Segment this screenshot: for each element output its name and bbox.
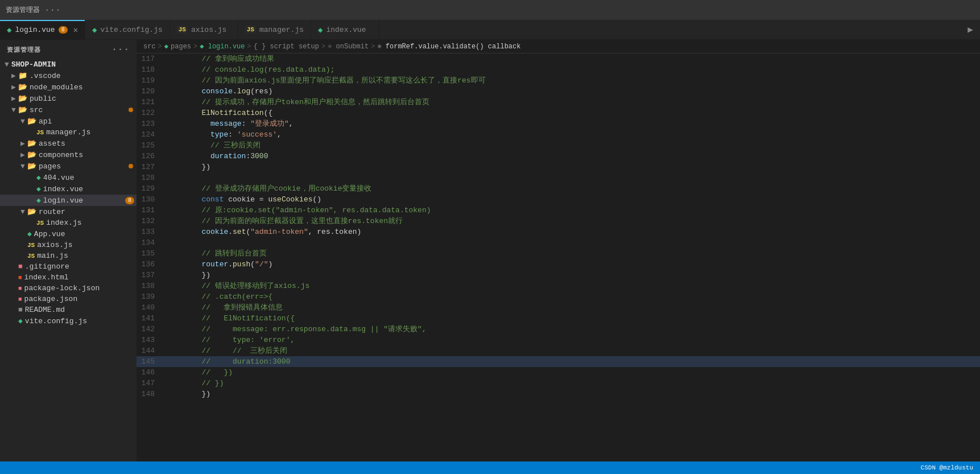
sidebar-item-label: main.js: [37, 252, 137, 260]
sidebar-item-src[interactable]: ▼ 📂 src: [0, 104, 137, 116]
chevron-down-icon: ▼: [18, 162, 27, 171]
run-button[interactable]: ▶: [961, 20, 980, 39]
line-number: 143: [137, 335, 164, 345]
login-badge: 8: [125, 197, 134, 204]
line-content: // 因为前面的响应拦截器设置，这里也直接res.token就行: [164, 216, 980, 226]
breadcrumb-pages-icon: ◆: [164, 42, 168, 51]
sidebar-item-label: .vscode: [30, 72, 137, 80]
js-icon: JS: [245, 26, 256, 34]
tab-close-btn[interactable]: ✕: [73, 25, 78, 35]
chevron-right-icon: ▶: [9, 94, 18, 103]
code-line-144: 144 // // 三秒后关闭: [137, 345, 980, 356]
chevron-right-icon: ▶: [18, 139, 27, 148]
code-line-136: 136 router.push("/"): [137, 259, 980, 270]
sidebar-item-vite-config-js[interactable]: ◆ vite.config.js: [0, 315, 137, 327]
line-content: // message: err.response.data.msg || "请求…: [164, 324, 980, 335]
sidebar-item-label: login.vue: [43, 196, 125, 205]
code-line-118: 118 // console.log(res.data.data);: [137, 64, 980, 75]
chevron-down-icon: ▼: [9, 106, 18, 114]
code-line-132: 132 // 因为前面的响应拦截器设置，这里也直接res.token就行: [137, 216, 980, 226]
sidebar-item-index-html[interactable]: ■ index.html: [0, 272, 137, 283]
vue-file-icon: ◆: [18, 316, 23, 325]
title-bar-more-btn[interactable]: ···: [44, 5, 61, 15]
breadcrumb-src[interactable]: src: [143, 43, 156, 51]
sidebar-item-label: index.js: [46, 219, 137, 227]
line-number: 134: [137, 237, 164, 248]
tab-vite-config[interactable]: ◆ vite.config.js: [85, 20, 170, 39]
md-file-icon: ■: [18, 306, 23, 314]
sidebar-item-login-vue[interactable]: ◆ login.vue 8: [0, 195, 137, 206]
code-line-139: 139 // .catch(err=>{: [137, 291, 980, 302]
line-number: 119: [137, 75, 164, 86]
code-line-123: 123 message: "登录成功",: [137, 118, 980, 129]
sidebar-item-vscode[interactable]: ▶ 📁 .vscode: [0, 70, 137, 81]
line-number: 142: [137, 324, 164, 335]
sidebar-more-btn[interactable]: ···: [111, 44, 130, 55]
sidebar-item-components[interactable]: ▶ 📂 components: [0, 149, 137, 160]
sidebar-title: 资源管理器 ···: [0, 40, 137, 59]
sidebar-item-gitignore[interactable]: ■ .gitignore: [0, 261, 137, 272]
sidebar-item-package-json[interactable]: ■ package.json: [0, 294, 137, 304]
line-content: // }): [164, 367, 980, 378]
sidebar-item-assets[interactable]: ▶ 📂 assets: [0, 138, 137, 149]
sidebar-item-label: components: [39, 151, 137, 159]
js-file-icon: JS: [36, 220, 44, 226]
line-number: 136: [137, 259, 164, 270]
line-number: 131: [137, 205, 164, 216]
line-content: }): [164, 389, 980, 399]
line-number: 123: [137, 118, 164, 129]
sidebar-item-api[interactable]: ▼ 📂 api: [0, 116, 137, 127]
tab-manager-js[interactable]: JS manager.js: [238, 20, 311, 39]
pages-modified-dot: [129, 164, 133, 168]
line-number: 138: [137, 281, 164, 291]
folder-icon: 📂: [18, 105, 27, 114]
code-line-125: 125 // 三秒后关闭: [137, 140, 980, 151]
line-number: 144: [137, 345, 164, 356]
line-content: type: 'success',: [164, 129, 980, 140]
sidebar-item-label: 404.vue: [43, 174, 137, 182]
code-line-141: 141 // ElNotification({: [137, 313, 980, 324]
sidebar-item-404-vue[interactable]: ◆ 404.vue: [0, 172, 137, 183]
breadcrumb-pages[interactable]: pages: [171, 43, 191, 51]
line-number: 146: [137, 367, 164, 378]
vue-file-icon: ◆: [36, 184, 41, 193]
tab-label: vite.config.js: [101, 26, 163, 34]
sidebar-item-app-vue[interactable]: ◆ App.vue: [0, 228, 137, 240]
tab-badge: 8: [59, 26, 68, 34]
sidebar-item-public[interactable]: ▶ 📂 public: [0, 93, 137, 104]
code-editor[interactable]: 117 // 拿到响应成功结果118 // console.log(res.da…: [137, 53, 980, 461]
code-line-143: 143 // type: 'error',: [137, 335, 980, 345]
code-line-126: 126 duration:3000: [137, 151, 980, 162]
code-line-145: 145 // duration:3000: [137, 356, 980, 367]
code-line-127: 127 }): [137, 162, 980, 172]
line-number: 125: [137, 140, 164, 151]
breadcrumb-on-submit[interactable]: ⚛ onSubmit: [328, 42, 369, 51]
sidebar-item-label: index.html: [24, 273, 137, 282]
sidebar-item-label: public: [30, 94, 137, 103]
breadcrumb-script-setup[interactable]: { } script setup: [254, 43, 319, 51]
tab-index-vue[interactable]: ◆ index.vue: [311, 20, 379, 39]
vue-file-icon: ◆: [27, 229, 32, 238]
chevron-right-icon: ▶: [18, 150, 27, 159]
js-file-icon: JS: [36, 129, 44, 136]
sidebar-item-router-index-js[interactable]: JS index.js: [0, 217, 137, 228]
sidebar-item-index-vue[interactable]: ◆ index.vue: [0, 183, 137, 195]
folder-icon: 📂: [27, 150, 36, 159]
sidebar-item-label: package-lock.json: [24, 284, 137, 292]
sidebar-item-package-lock-json[interactable]: ■ package-lock.json: [0, 283, 137, 294]
breadcrumb-login-vue[interactable]: ◆ login.vue: [200, 42, 245, 51]
line-content: cookie.set("admin-token", res.token): [164, 226, 980, 237]
sidebar-item-manager-js[interactable]: JS manager.js: [0, 127, 137, 138]
tab-axios-js[interactable]: JS axios.js: [170, 20, 238, 39]
breadcrumb-validate-callback[interactable]: ⚛ formRef.value.validate() callback: [377, 42, 520, 51]
tab-login-vue[interactable]: ◆ login.vue 8 ✕: [0, 20, 85, 39]
sidebar-item-node-modules[interactable]: ▶ 📂 node_modules: [0, 81, 137, 93]
tab-label: login.vue: [15, 26, 55, 34]
sidebar-item-axios-js[interactable]: JS axios.js: [0, 240, 137, 250]
sidebar-item-readme-md[interactable]: ■ README.md: [0, 304, 137, 315]
json-file-icon: ■: [18, 285, 22, 292]
sidebar-item-pages[interactable]: ▼ 📂 pages: [0, 160, 137, 172]
sidebar-item-main-js[interactable]: JS main.js: [0, 250, 137, 261]
sidebar-root[interactable]: ▼ SHOP-ADMIN: [0, 59, 137, 70]
sidebar-item-router[interactable]: ▼ 📂 router: [0, 206, 137, 217]
